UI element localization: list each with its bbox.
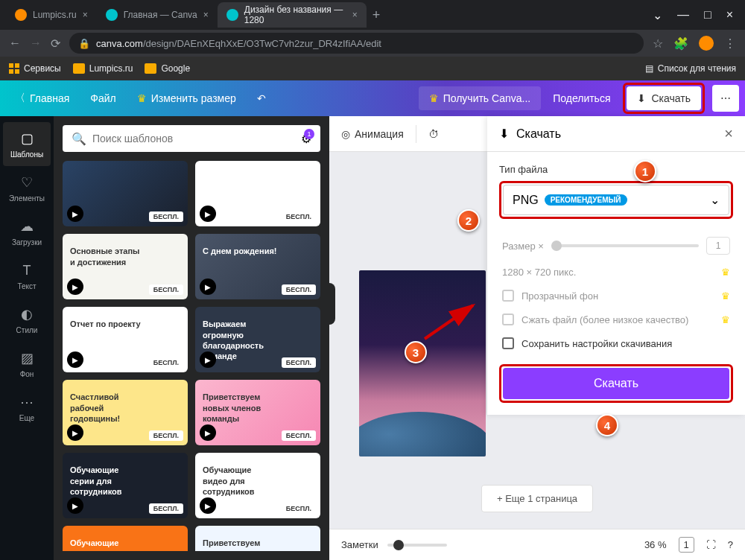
maximize-icon[interactable]: □ (704, 8, 711, 22)
zoom-level[interactable]: 36 % (644, 539, 667, 550)
browser-tab[interactable]: Lumpics.ru × (6, 2, 97, 28)
recommended-badge: РЕКОМЕНДУЕМЫЙ (545, 194, 627, 206)
download-button[interactable]: ⬇ Скачать (627, 86, 702, 110)
play-icon: ▶ (200, 206, 216, 222)
zoom-slider[interactable] (387, 544, 447, 547)
close-icon[interactable]: × (352, 10, 358, 20)
play-icon: ▶ (67, 206, 83, 222)
minimize-icon[interactable]: — (677, 8, 689, 22)
file-menu[interactable]: Файл (81, 86, 124, 110)
save-settings-checkbox[interactable] (502, 337, 514, 349)
size-slider[interactable] (551, 244, 699, 247)
free-badge: БЕСПЛ. (149, 430, 183, 441)
close-icon[interactable]: × (203, 10, 209, 20)
back-button[interactable]: ← (9, 36, 21, 50)
undo-button[interactable]: ↶ (248, 86, 275, 110)
extension-icon[interactable]: 🧩 (673, 36, 688, 51)
sidebar-templates[interactable]: ▢Шаблоны (3, 122, 51, 166)
sidebar-elements[interactable]: ♡Элементы (0, 166, 54, 210)
menu-icon[interactable]: ⋮ (724, 36, 736, 51)
template-card[interactable]: ▶БЕСПЛ. (63, 161, 188, 226)
close-window-icon[interactable]: × (726, 8, 733, 22)
template-card[interactable]: Обучающие серии для▶БЕСПЛ. (63, 526, 188, 551)
template-title: Приветствуем новых (203, 538, 277, 551)
search-input[interactable] (92, 133, 295, 144)
play-icon: ▶ (200, 424, 216, 441)
template-card[interactable]: Обучающие видео для сотрудников▶БЕСПЛ. (195, 453, 320, 518)
apps-button[interactable]: Сервисы (9, 63, 61, 74)
play-icon: ▶ (67, 351, 83, 368)
template-card[interactable]: Приветствуем новых членов команды▶БЕСПЛ. (195, 380, 320, 445)
panel-collapse-handle[interactable] (325, 283, 335, 325)
template-card[interactable]: Счастливой рабочей годовщины!▶БЕСПЛ. (63, 380, 188, 445)
animation-icon: ◎ (341, 128, 350, 140)
filter-button[interactable]: ⚙ 1 (301, 132, 311, 146)
dimensions-text: 1280 × 720 пикс. (502, 267, 576, 278)
help-icon[interactable]: ? (728, 539, 733, 550)
play-icon: ▶ (67, 497, 83, 514)
resize-button[interactable]: ♛Изменить размер (128, 86, 245, 110)
chevron-down-icon[interactable]: ⌄ (653, 8, 662, 22)
sidebar-more[interactable]: ⋯Еще (0, 386, 54, 430)
address-bar[interactable]: 🔒 canva.com/design/DAEnXEqhXxE/O3TwC7vh2… (69, 33, 644, 54)
sidebar-uploads[interactable]: ☁Загрузки (0, 210, 54, 254)
close-panel-button[interactable]: × (724, 125, 733, 142)
more-pages-button[interactable]: + Еще 1 страница (481, 485, 593, 512)
page-indicator[interactable]: 1 (679, 537, 694, 553)
download-confirm-button[interactable]: Скачать (503, 368, 729, 399)
more-icon: ⋯ (18, 393, 36, 411)
template-card[interactable]: С днем рождения!▶БЕСПЛ. (195, 234, 320, 299)
template-card[interactable]: Выражаем огромную благодарность команде▶… (195, 307, 320, 372)
free-badge: БЕСПЛ. (149, 284, 183, 295)
fullscreen-icon[interactable]: ⛶ (706, 539, 716, 550)
file-type-select[interactable]: PNG РЕКОМЕНДУЕМЫЙ ⌄ (503, 185, 729, 215)
compress-checkbox[interactable] (502, 314, 514, 325)
chevron-left-icon: 〈 (15, 92, 25, 105)
profile-icon[interactable] (699, 36, 714, 51)
timer-button[interactable]: ⏱ (428, 128, 439, 140)
bookmark-item[interactable]: Google (145, 63, 190, 74)
template-card[interactable]: Обучающие серии для сотрудников▶БЕСПЛ. (63, 453, 188, 518)
template-title: Отчет по проекту (70, 319, 141, 329)
template-card[interactable]: Основные этапы и достижения▶БЕСПЛ. (63, 234, 188, 299)
free-badge: БЕСПЛ. (149, 211, 183, 222)
annotation-2: 2 (457, 209, 480, 232)
browser-tab-active[interactable]: Дизайн без названия — 1280 × (218, 2, 367, 28)
sidebar-text[interactable]: TТекст (0, 254, 54, 298)
sidebar-styles[interactable]: ◐Стили (0, 298, 54, 342)
size-input[interactable] (706, 237, 730, 255)
bookmark-item[interactable]: Lumpics.ru (73, 63, 133, 74)
chevron-down-icon: ⌄ (710, 193, 720, 207)
crown-icon: ♛ (721, 314, 730, 325)
template-card[interactable]: Приветствуем новых▶БЕСПЛ. (195, 526, 320, 551)
free-badge: БЕСПЛ. (282, 284, 316, 295)
template-title: Обучающие серии для (70, 538, 145, 551)
free-badge: БЕСПЛ. (282, 503, 316, 514)
elements-icon: ♡ (18, 174, 36, 191)
notes-button[interactable]: Заметки (341, 539, 378, 550)
sidebar-background[interactable]: ▨Фон (0, 342, 54, 386)
crown-icon: ♛ (721, 267, 730, 278)
lock-icon: 🔒 (78, 38, 90, 49)
browser-tab[interactable]: Главная — Canva × (97, 2, 218, 28)
new-tab-button[interactable]: + (367, 7, 387, 23)
list-icon: ▤ (645, 63, 653, 74)
undo-icon: ↶ (257, 92, 266, 104)
get-pro-button[interactable]: ♛Получить Canva... (419, 86, 542, 110)
animation-button[interactable]: ◎Анимация (341, 128, 404, 140)
share-button[interactable]: Поделиться (544, 86, 619, 110)
close-icon[interactable]: × (83, 10, 88, 20)
palette-icon: ◐ (18, 305, 36, 323)
reading-list-button[interactable]: ▤ Список для чтения (645, 63, 736, 74)
forward-button[interactable]: → (30, 36, 42, 50)
more-button[interactable]: ⋯ (712, 85, 739, 112)
play-icon: ▶ (200, 497, 216, 514)
search-box[interactable]: 🔍 ⚙ 1 (63, 125, 320, 152)
home-button[interactable]: 〈Главная (6, 86, 78, 111)
download-icon: ⬇ (499, 127, 509, 141)
template-card[interactable]: ▶БЕСПЛ. (195, 161, 320, 226)
transparent-checkbox[interactable] (502, 290, 514, 302)
star-icon[interactable]: ☆ (653, 36, 663, 51)
template-card[interactable]: Отчет по проекту▶БЕСПЛ. (63, 307, 188, 372)
reload-button[interactable]: ⟳ (51, 36, 60, 51)
